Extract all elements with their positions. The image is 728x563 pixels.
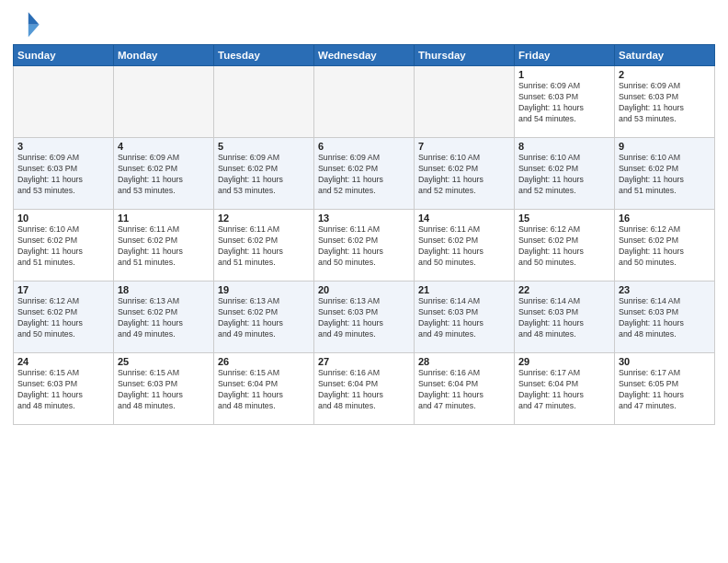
weekday-tuesday: Tuesday xyxy=(214,45,314,66)
day-info: Sunrise: 6:12 AM Sunset: 6:02 PM Dayligh… xyxy=(619,224,711,269)
calendar-cell: 28Sunrise: 6:16 AM Sunset: 6:04 PM Dayli… xyxy=(415,353,515,425)
calendar-cell xyxy=(214,66,314,138)
day-info: Sunrise: 6:17 AM Sunset: 6:05 PM Dayligh… xyxy=(619,368,711,412)
day-number: 29 xyxy=(518,356,610,367)
day-number: 12 xyxy=(218,213,310,224)
header xyxy=(13,9,715,39)
calendar-cell: 27Sunrise: 6:16 AM Sunset: 6:04 PM Dayli… xyxy=(314,353,415,425)
calendar-cell: 6Sunrise: 6:09 AM Sunset: 6:02 PM Daylig… xyxy=(314,138,415,210)
calendar-cell: 21Sunrise: 6:14 AM Sunset: 6:03 PM Dayli… xyxy=(415,282,515,353)
calendar-cell: 2Sunrise: 6:09 AM Sunset: 6:03 PM Daylig… xyxy=(615,66,715,138)
day-number: 20 xyxy=(318,284,410,295)
day-info: Sunrise: 6:14 AM Sunset: 6:03 PM Dayligh… xyxy=(418,296,510,340)
day-info: Sunrise: 6:09 AM Sunset: 6:02 PM Dayligh… xyxy=(218,153,310,197)
logo xyxy=(13,9,44,39)
svg-marker-1 xyxy=(28,25,40,37)
day-info: Sunrise: 6:10 AM Sunset: 6:02 PM Dayligh… xyxy=(17,224,109,269)
day-number: 27 xyxy=(318,356,410,367)
calendar-cell: 22Sunrise: 6:14 AM Sunset: 6:03 PM Dayli… xyxy=(515,282,615,353)
day-number: 30 xyxy=(619,356,711,367)
day-info: Sunrise: 6:13 AM Sunset: 6:03 PM Dayligh… xyxy=(318,296,410,340)
calendar-cell: 13Sunrise: 6:11 AM Sunset: 6:02 PM Dayli… xyxy=(314,210,415,282)
day-info: Sunrise: 6:09 AM Sunset: 6:02 PM Dayligh… xyxy=(318,153,410,197)
day-info: Sunrise: 6:11 AM Sunset: 6:02 PM Dayligh… xyxy=(218,224,310,269)
logo-icon xyxy=(13,9,42,39)
day-info: Sunrise: 6:14 AM Sunset: 6:03 PM Dayligh… xyxy=(518,296,610,340)
day-info: Sunrise: 6:09 AM Sunset: 6:03 PM Dayligh… xyxy=(17,153,109,197)
day-number: 13 xyxy=(318,213,410,224)
calendar-cell: 7Sunrise: 6:10 AM Sunset: 6:02 PM Daylig… xyxy=(415,138,515,210)
day-number: 19 xyxy=(218,284,310,295)
day-number: 23 xyxy=(619,284,711,295)
calendar-cell: 25Sunrise: 6:15 AM Sunset: 6:03 PM Dayli… xyxy=(114,353,214,425)
day-info: Sunrise: 6:16 AM Sunset: 6:04 PM Dayligh… xyxy=(318,368,410,412)
calendar-cell: 12Sunrise: 6:11 AM Sunset: 6:02 PM Dayli… xyxy=(214,210,314,282)
day-info: Sunrise: 6:09 AM Sunset: 6:03 PM Dayligh… xyxy=(518,81,610,125)
day-info: Sunrise: 6:12 AM Sunset: 6:02 PM Dayligh… xyxy=(518,224,610,269)
calendar-cell: 23Sunrise: 6:14 AM Sunset: 6:03 PM Dayli… xyxy=(615,282,715,353)
calendar-cell xyxy=(114,66,214,138)
day-number: 1 xyxy=(518,69,610,80)
weekday-saturday: Saturday xyxy=(615,45,715,66)
day-info: Sunrise: 6:12 AM Sunset: 6:02 PM Dayligh… xyxy=(17,296,109,340)
day-info: Sunrise: 6:13 AM Sunset: 6:02 PM Dayligh… xyxy=(118,296,210,340)
calendar-cell: 15Sunrise: 6:12 AM Sunset: 6:02 PM Dayli… xyxy=(515,210,615,282)
day-number: 9 xyxy=(619,141,711,152)
svg-marker-0 xyxy=(28,12,40,24)
day-info: Sunrise: 6:14 AM Sunset: 6:03 PM Dayligh… xyxy=(619,296,711,340)
day-number: 26 xyxy=(218,356,310,367)
day-info: Sunrise: 6:13 AM Sunset: 6:02 PM Dayligh… xyxy=(218,296,310,340)
calendar-cell: 24Sunrise: 6:15 AM Sunset: 6:03 PM Dayli… xyxy=(14,353,114,425)
calendar-cell: 30Sunrise: 6:17 AM Sunset: 6:05 PM Dayli… xyxy=(615,353,715,425)
day-number: 18 xyxy=(118,284,210,295)
week-row-4: 17Sunrise: 6:12 AM Sunset: 6:02 PM Dayli… xyxy=(14,282,715,353)
calendar-cell: 17Sunrise: 6:12 AM Sunset: 6:02 PM Dayli… xyxy=(14,282,114,353)
weekday-friday: Friday xyxy=(515,45,615,66)
week-row-1: 1Sunrise: 6:09 AM Sunset: 6:03 PM Daylig… xyxy=(14,66,715,138)
calendar-cell: 10Sunrise: 6:10 AM Sunset: 6:02 PM Dayli… xyxy=(14,210,114,282)
calendar-cell: 16Sunrise: 6:12 AM Sunset: 6:02 PM Dayli… xyxy=(615,210,715,282)
week-row-3: 10Sunrise: 6:10 AM Sunset: 6:02 PM Dayli… xyxy=(14,210,715,282)
day-number: 5 xyxy=(218,141,310,152)
calendar-cell: 29Sunrise: 6:17 AM Sunset: 6:04 PM Dayli… xyxy=(515,353,615,425)
weekday-sunday: Sunday xyxy=(14,45,114,66)
calendar-cell xyxy=(415,66,515,138)
day-number: 24 xyxy=(17,356,109,367)
day-info: Sunrise: 6:10 AM Sunset: 6:02 PM Dayligh… xyxy=(518,153,610,197)
calendar-cell: 9Sunrise: 6:10 AM Sunset: 6:02 PM Daylig… xyxy=(615,138,715,210)
day-number: 2 xyxy=(619,69,711,80)
day-number: 14 xyxy=(418,213,510,224)
calendar-cell xyxy=(314,66,415,138)
day-info: Sunrise: 6:09 AM Sunset: 6:03 PM Dayligh… xyxy=(619,81,711,125)
day-number: 15 xyxy=(518,213,610,224)
weekday-header-row: SundayMondayTuesdayWednesdayThursdayFrid… xyxy=(14,45,715,66)
week-row-5: 24Sunrise: 6:15 AM Sunset: 6:03 PM Dayli… xyxy=(14,353,715,425)
weekday-wednesday: Wednesday xyxy=(314,45,415,66)
calendar-cell: 20Sunrise: 6:13 AM Sunset: 6:03 PM Dayli… xyxy=(314,282,415,353)
day-number: 17 xyxy=(17,284,109,295)
day-info: Sunrise: 6:16 AM Sunset: 6:04 PM Dayligh… xyxy=(418,368,510,412)
calendar-cell: 26Sunrise: 6:15 AM Sunset: 6:04 PM Dayli… xyxy=(214,353,314,425)
weekday-thursday: Thursday xyxy=(415,45,515,66)
day-info: Sunrise: 6:10 AM Sunset: 6:02 PM Dayligh… xyxy=(619,153,711,197)
day-number: 7 xyxy=(418,141,510,152)
page: SundayMondayTuesdayWednesdayThursdayFrid… xyxy=(0,0,728,563)
day-info: Sunrise: 6:15 AM Sunset: 6:03 PM Dayligh… xyxy=(17,368,109,412)
day-number: 10 xyxy=(17,213,109,224)
day-info: Sunrise: 6:11 AM Sunset: 6:02 PM Dayligh… xyxy=(118,224,210,269)
calendar-cell: 1Sunrise: 6:09 AM Sunset: 6:03 PM Daylig… xyxy=(515,66,615,138)
day-number: 22 xyxy=(518,284,610,295)
calendar-cell: 4Sunrise: 6:09 AM Sunset: 6:02 PM Daylig… xyxy=(114,138,214,210)
calendar-cell: 5Sunrise: 6:09 AM Sunset: 6:02 PM Daylig… xyxy=(214,138,314,210)
calendar-cell: 8Sunrise: 6:10 AM Sunset: 6:02 PM Daylig… xyxy=(515,138,615,210)
day-number: 25 xyxy=(118,356,210,367)
calendar-table: SundayMondayTuesdayWednesdayThursdayFrid… xyxy=(13,44,715,425)
day-number: 8 xyxy=(518,141,610,152)
day-number: 11 xyxy=(118,213,210,224)
day-number: 21 xyxy=(418,284,510,295)
calendar-cell: 3Sunrise: 6:09 AM Sunset: 6:03 PM Daylig… xyxy=(14,138,114,210)
day-number: 3 xyxy=(17,141,109,152)
calendar-cell: 18Sunrise: 6:13 AM Sunset: 6:02 PM Dayli… xyxy=(114,282,214,353)
day-info: Sunrise: 6:10 AM Sunset: 6:02 PM Dayligh… xyxy=(418,153,510,197)
calendar-cell: 14Sunrise: 6:11 AM Sunset: 6:02 PM Dayli… xyxy=(415,210,515,282)
